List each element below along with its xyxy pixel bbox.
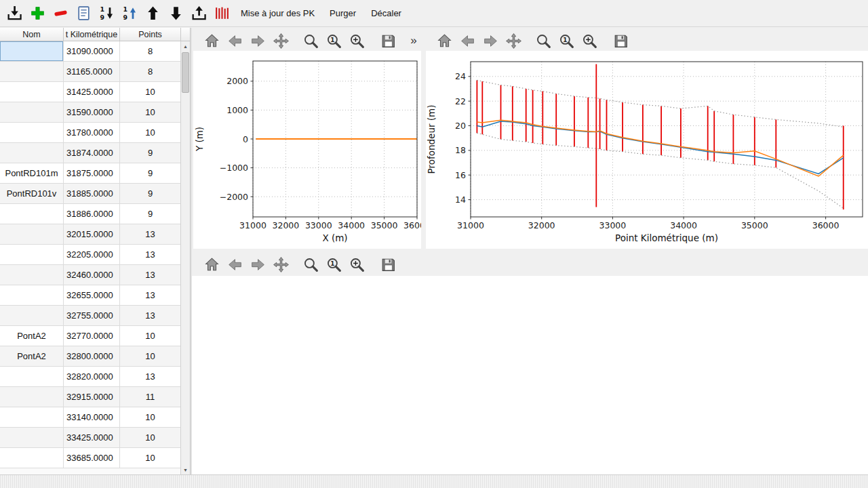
- scroll-down-arrow-icon[interactable]: ▼: [181, 465, 190, 474]
- cell-pk[interactable]: 31885.0000: [64, 184, 120, 204]
- export-button[interactable]: [189, 3, 209, 24]
- cell-nom[interactable]: [0, 387, 64, 407]
- empty-figure-canvas[interactable]: [192, 276, 868, 474]
- back-button[interactable]: [226, 256, 243, 273]
- zoom-plus-button[interactable]: [348, 256, 366, 273]
- column-header-pk[interactable]: t Kilométrique: [64, 28, 120, 41]
- profiles-button[interactable]: [212, 3, 232, 24]
- cell-pk[interactable]: 31875.0000: [64, 163, 120, 184]
- cell-nom[interactable]: [0, 265, 64, 285]
- pan-button[interactable]: [272, 32, 290, 49]
- cell-nom[interactable]: [0, 306, 64, 326]
- cell-nom[interactable]: [0, 407, 64, 428]
- cell-points[interactable]: 8: [120, 62, 181, 82]
- scrollbar-thumb[interactable]: [182, 52, 189, 93]
- cell-nom[interactable]: [0, 204, 64, 224]
- cell-pk[interactable]: 32015.0000: [64, 224, 120, 245]
- update-pk-button[interactable]: Mise à jour des PK: [235, 5, 321, 22]
- zoom-button[interactable]: [534, 32, 552, 49]
- cell-points[interactable]: 10: [120, 326, 181, 346]
- cell-nom[interactable]: [0, 123, 64, 143]
- cell-points[interactable]: 10: [120, 346, 181, 367]
- cell-points[interactable]: 9: [120, 163, 181, 184]
- column-header-nom[interactable]: Nom: [0, 28, 64, 41]
- cell-pk[interactable]: 32770.0000: [64, 326, 120, 346]
- cell-points[interactable]: 13: [120, 285, 181, 306]
- toolbar-overflow-button[interactable]: »: [408, 32, 420, 49]
- cell-pk[interactable]: 31590.0000: [64, 102, 120, 123]
- cell-nom[interactable]: PontA2: [0, 326, 64, 346]
- forward-button[interactable]: [249, 32, 267, 49]
- cell-points[interactable]: 13: [120, 306, 181, 326]
- import-button[interactable]: [4, 3, 24, 24]
- edit-form-button[interactable]: [73, 3, 94, 24]
- pan-button[interactable]: [272, 256, 290, 273]
- zoom-one-button[interactable]: [325, 256, 342, 273]
- cell-pk[interactable]: 31874.0000: [64, 143, 120, 163]
- cell-points[interactable]: 9: [120, 143, 181, 163]
- cell-nom[interactable]: [0, 41, 64, 62]
- table-vertical-scrollbar[interactable]: ▲ ▼: [180, 41, 190, 474]
- home-button[interactable]: [203, 256, 220, 273]
- cell-nom[interactable]: [0, 102, 64, 123]
- cell-pk[interactable]: 31886.0000: [64, 204, 120, 224]
- zoom-button[interactable]: [302, 256, 319, 273]
- cell-pk[interactable]: 31090.0000: [64, 41, 120, 62]
- cell-points[interactable]: 10: [120, 82, 181, 102]
- cell-nom[interactable]: [0, 367, 64, 387]
- cell-nom[interactable]: PontRD101v: [0, 184, 64, 204]
- cell-pk[interactable]: 32755.0000: [64, 306, 120, 326]
- xy-plot-canvas[interactable]: 310003200033000340003500036000−2000−1000…: [193, 51, 421, 249]
- cell-pk[interactable]: 31780.0000: [64, 123, 120, 143]
- add-button[interactable]: [27, 3, 47, 24]
- cell-nom[interactable]: [0, 62, 64, 82]
- pan-button[interactable]: [505, 32, 522, 49]
- cell-pk[interactable]: 32915.0000: [64, 387, 120, 407]
- profile-plot-canvas[interactable]: 3100032000330003400035000360001416182022…: [426, 51, 868, 249]
- forward-button[interactable]: [249, 256, 267, 273]
- move-down-button[interactable]: [165, 3, 186, 24]
- cell-pk[interactable]: 31425.0000: [64, 82, 120, 102]
- cell-nom[interactable]: [0, 448, 64, 468]
- purge-button[interactable]: Purger: [323, 5, 362, 22]
- cell-pk[interactable]: 32820.0000: [64, 367, 120, 387]
- cell-pk[interactable]: 32205.0000: [64, 245, 120, 265]
- cell-nom[interactable]: PontA2: [0, 346, 64, 367]
- scroll-up-arrow-icon[interactable]: ▲: [181, 41, 190, 51]
- cell-pk[interactable]: 32800.0000: [64, 346, 120, 367]
- cell-points[interactable]: 10: [120, 428, 181, 448]
- cell-nom[interactable]: PontRD101m: [0, 163, 64, 184]
- back-button[interactable]: [226, 32, 243, 49]
- cell-points[interactable]: 13: [120, 245, 181, 265]
- cell-pk[interactable]: 33685.0000: [64, 448, 120, 468]
- home-button[interactable]: [203, 32, 220, 49]
- cell-nom[interactable]: [0, 285, 64, 306]
- column-header-points[interactable]: Points: [120, 28, 181, 41]
- cell-nom[interactable]: [0, 245, 64, 265]
- sort-ascending-button[interactable]: [119, 3, 140, 24]
- bottom-dock-handle[interactable]: [0, 474, 868, 488]
- cell-points[interactable]: 10: [120, 407, 181, 428]
- cell-pk[interactable]: 33425.0000: [64, 428, 120, 448]
- cell-nom[interactable]: [0, 224, 64, 245]
- cell-pk[interactable]: 33140.0000: [64, 407, 120, 428]
- cell-points[interactable]: 13: [120, 224, 181, 245]
- home-button[interactable]: [435, 32, 453, 49]
- zoom-button[interactable]: [302, 32, 319, 49]
- cell-points[interactable]: 10: [120, 102, 181, 123]
- zoom-plus-button[interactable]: [580, 32, 598, 49]
- save-figure-button[interactable]: [612, 32, 629, 49]
- cell-nom[interactable]: [0, 143, 64, 163]
- cell-pk[interactable]: 32460.0000: [64, 265, 120, 285]
- sort-descending-button[interactable]: [96, 3, 117, 24]
- cell-points[interactable]: 10: [120, 448, 181, 468]
- move-up-button[interactable]: [142, 3, 163, 24]
- cell-nom[interactable]: [0, 428, 64, 448]
- save-figure-button[interactable]: [379, 32, 397, 49]
- remove-button[interactable]: [50, 3, 71, 24]
- forward-button[interactable]: [481, 32, 499, 49]
- cell-points[interactable]: 13: [120, 367, 181, 387]
- save-figure-button[interactable]: [379, 256, 397, 273]
- zoom-one-button[interactable]: [557, 32, 575, 49]
- cell-pk[interactable]: 31165.0000: [64, 62, 120, 82]
